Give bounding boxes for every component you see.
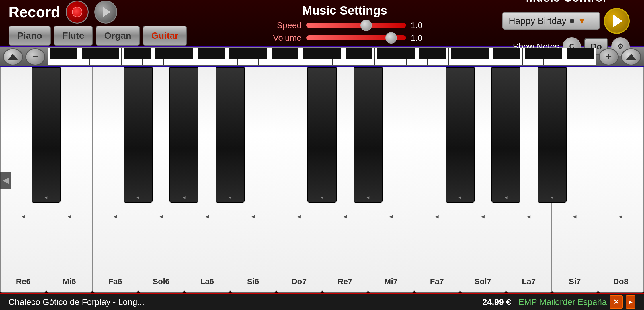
key-arrow: ◄ [67,213,72,220]
record-section: Record Piano Flute Organ Guitar [9,1,187,46]
speed-track [306,23,406,28]
music-control: Music Control Happy Birtday ▼ Show Notes… [502,0,630,56]
close-x-icon: ✕ [613,298,619,306]
key-arrow: ◄ [250,213,256,220]
piano-area: ◀ ◄Re6◄Mi6◄Fa6◄Sol6◄La6◄Si6◄Do7◄Re7◄Mi7◄… [0,67,644,293]
black-key-6[interactable]: ◄ [307,67,336,203]
plus-icon: + [606,51,612,63]
key-label-Do8: Do8 [613,277,628,286]
play-triangle-icon [103,7,111,17]
mini-black-key[interactable] [430,48,446,59]
notes-extra-icon: ⚙ [617,42,624,51]
ad-bar: Chaleco Gótico de Forplay - Long... 24,9… [0,293,644,310]
black-key-arrow: ◄ [366,195,370,200]
zoom-out-button[interactable]: − [25,48,45,65]
volume-row: Volume 1.0 [264,33,425,43]
instrument-piano[interactable]: Piano [9,26,51,46]
zoom-in-button[interactable]: + [599,48,619,65]
music-settings: Music Settings Speed 1.0 Volume 1.0 [198,4,491,43]
key-arrow: ◄ [618,213,624,220]
volume-label: Volume [264,33,302,43]
mini-black-key[interactable] [177,48,193,59]
white-key-Do8[interactable]: ◄Do8 [598,67,644,293]
mini-black-key[interactable] [577,48,594,59]
key-label-Si6: Si6 [247,277,259,286]
up-arrow-right-icon [626,54,636,60]
key-arrow: ◄ [480,213,486,220]
scroll-left-button[interactable] [3,48,23,65]
mini-black-key[interactable] [546,48,562,59]
speed-row: Speed 1.0 [264,20,425,30]
mini-black-key[interactable] [134,48,151,59]
black-key-arrow: ◄ [550,195,554,200]
key-arrow: ◄ [158,213,164,220]
black-key-4[interactable]: ◄ [216,67,245,203]
minus-icon: − [32,51,38,63]
key-label-Do7: Do7 [291,277,307,286]
record-label: Record [9,3,60,21]
control-title: Music Control [526,0,606,5]
key-label-Sol6: Sol6 [153,277,169,286]
mini-black-key[interactable] [208,48,225,59]
song-control-row: Happy Birtday ▼ [502,8,630,34]
key-label-Re6: Re6 [16,277,30,286]
key-label-Mi6: Mi6 [63,277,76,286]
black-key-arrow: ◄ [182,195,186,200]
song-selector[interactable]: Happy Birtday ▼ [502,12,600,30]
key-label-La6: La6 [200,277,214,286]
ad-arrow-icon: ▶ [629,299,633,305]
speed-label: Speed [264,20,302,30]
piano-keys-container: ◄Re6◄Mi6◄Fa6◄Sol6◄La6◄Si6◄Do7◄Re7◄Mi7◄Fa… [0,67,644,293]
left-scroll-arrow[interactable]: ◀ [0,172,11,189]
volume-thumb[interactable] [385,32,397,44]
instrument-flute[interactable]: Flute [54,26,93,46]
black-key-arrow: ◄ [504,195,508,200]
mini-black-key[interactable] [103,48,119,59]
key-arrow: ◄ [526,213,532,220]
black-key-3[interactable]: ◄ [169,67,198,203]
key-label-Fa6: Fa6 [108,277,122,286]
key-label-Sol7: Sol7 [474,277,491,286]
black-key-arrow: ◄ [44,195,48,200]
mini-black-key[interactable] [398,48,415,59]
big-play-button[interactable] [604,8,630,34]
instrument-guitar[interactable]: Guitar [143,26,187,46]
big-play-triangle-icon [613,15,622,27]
black-key-9[interactable]: ◄ [446,67,475,203]
ad-arrow-button[interactable]: ▶ [626,295,635,309]
mini-black-key[interactable] [61,48,77,59]
ad-brand: EMP Mailorder España [518,297,607,307]
key-arrow: ◄ [20,213,26,220]
key-arrow: ◄ [572,213,578,220]
ad-price: 24,99 € [482,297,511,307]
black-key-arrow: ◄ [458,195,462,200]
ad-close-button[interactable]: ✕ [610,295,623,309]
key-label-Fa7: Fa7 [430,277,444,286]
mini-black-key[interactable] [324,48,341,59]
speed-thumb[interactable] [360,20,372,31]
volume-track [306,35,406,40]
ad-text: Chaleco Gótico de Forplay - Long... [9,297,479,307]
key-arrow: ◄ [342,213,348,220]
black-key-arrow: ◄ [228,195,232,200]
mini-black-key[interactable] [472,48,488,59]
key-label-Mi7: Mi7 [384,277,398,286]
record-button[interactable] [66,1,89,24]
mini-black-key[interactable] [504,48,520,59]
key-label-La7: La7 [522,277,536,286]
key-arrow: ◄ [434,213,440,220]
scroll-right-button[interactable] [621,48,641,65]
settings-title: Music Settings [302,4,387,18]
mini-black-key[interactable] [282,48,298,59]
mini-black-key[interactable] [250,48,267,59]
black-key-7[interactable]: ◄ [354,67,383,203]
play-button-small[interactable] [94,1,117,24]
black-key-2[interactable]: ◄ [124,67,153,203]
black-key-11[interactable]: ◄ [538,67,567,203]
volume-value: 1.0 [411,33,425,43]
piano-nav-bar: − + [0,47,644,67]
black-key-10[interactable]: ◄ [491,67,520,203]
black-key-0[interactable]: ◄ [32,67,61,203]
instrument-organ[interactable]: Organ [96,26,140,46]
mini-black-key[interactable] [356,48,372,59]
